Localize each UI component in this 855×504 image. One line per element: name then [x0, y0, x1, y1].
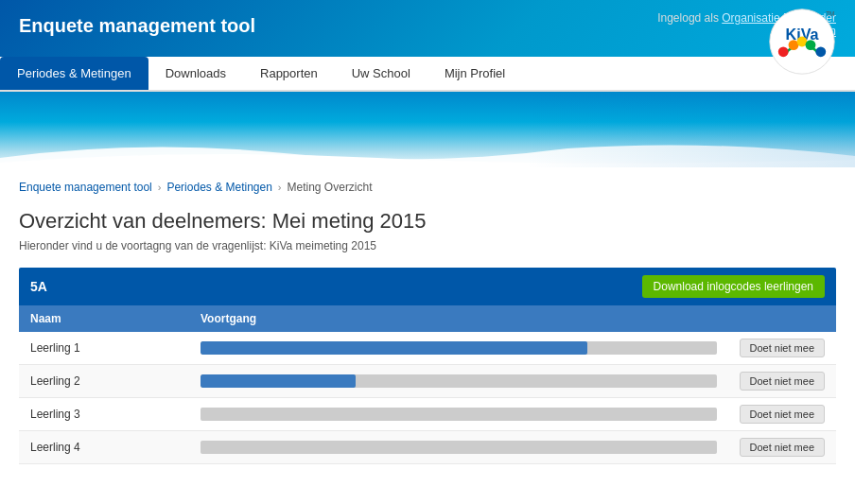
student-name: Leerling 2 — [19, 365, 189, 398]
page-title: Overzicht van deelnemers: Mei meting 201… — [0, 201, 855, 237]
svg-point-6 — [806, 40, 816, 50]
table-row: Leerling 2Doet niet mee — [19, 365, 836, 398]
col-header-naam: Naam — [19, 305, 189, 332]
section-header: 5A Download inlogcodes leerlingen — [19, 268, 836, 305]
table-header-row: Naam Voortgang — [19, 305, 836, 332]
page-subtitle: Hieronder vind u de voortagng van de vra… — [0, 237, 855, 268]
breadcrumb-periodes[interactable]: Periodes & Metingen — [166, 181, 271, 194]
does-not-participate-button[interactable]: Doet niet mee — [740, 339, 825, 357]
breadcrumb-home[interactable]: Enquete management tool — [19, 181, 152, 194]
progress-cell — [189, 365, 728, 398]
breadcrumb: Enquete management tool › Periodes & Met… — [0, 167, 855, 201]
svg-text:TM: TM — [826, 10, 834, 17]
svg-point-7 — [815, 46, 826, 57]
kiva-logo: TM KiVa — [768, 8, 836, 76]
progress-cell — [189, 431, 728, 464]
progress-bar-background — [201, 408, 717, 421]
student-name: Leerling 4 — [19, 431, 189, 464]
action-cell: Doet niet mee — [728, 365, 836, 398]
does-not-participate-button[interactable]: Doet niet mee — [740, 405, 825, 424]
nav-item-uw-school[interactable]: Uw School — [335, 57, 428, 90]
class-section: 5A Download inlogcodes leerlingen Naam V… — [19, 268, 836, 464]
progress-bar-fill — [201, 374, 356, 388]
student-name: Leerling 3 — [19, 398, 189, 431]
nav-item-downloads[interactable]: Downloads — [148, 57, 243, 90]
navigation: Periodes & Metingen Downloads Rapporten … — [0, 57, 855, 92]
progress-bar-background — [201, 374, 717, 388]
nav-item-rapporten[interactable]: Rapporten — [243, 57, 335, 90]
hero-banner — [0, 92, 855, 167]
action-cell: Doet niet mee — [728, 431, 836, 464]
nav-item-periodes[interactable]: Periodes & Metingen — [0, 57, 148, 90]
action-cell: Doet niet mee — [728, 398, 836, 431]
table-row: Leerling 4Doet niet mee — [19, 431, 836, 464]
does-not-participate-button[interactable]: Doet niet mee — [740, 438, 825, 457]
logged-in-label: Ingelogd als — [657, 11, 719, 25]
progress-container — [201, 408, 717, 421]
progress-container — [201, 341, 717, 355]
header: Enquete management tool Ingelogd als Org… — [0, 0, 855, 57]
col-header-action — [728, 305, 836, 332]
col-header-voortgang: Voortgang — [189, 305, 728, 332]
class-name: 5A — [30, 279, 47, 294]
table-row: Leerling 1Doet niet mee — [19, 332, 836, 365]
download-inlogcodes-button[interactable]: Download inlogcodes leerlingen — [642, 275, 825, 298]
nav-item-mijn-profiel[interactable]: Mijn Profiel — [428, 57, 522, 90]
does-not-participate-button[interactable]: Doet niet mee — [740, 372, 825, 391]
progress-bar-background — [201, 341, 717, 355]
progress-bar-fill — [201, 341, 587, 355]
student-name: Leerling 1 — [19, 332, 189, 365]
progress-bar-background — [201, 441, 717, 454]
progress-container — [201, 374, 717, 388]
progress-cell — [189, 332, 728, 365]
action-cell: Doet niet mee — [728, 332, 836, 365]
progress-container — [201, 441, 717, 454]
svg-point-3 — [778, 46, 789, 57]
progress-cell — [189, 398, 728, 431]
breadcrumb-current: Meting Overzicht — [288, 181, 373, 194]
app-title: Enquete management tool — [19, 11, 255, 37]
breadcrumb-sep-1: › — [158, 182, 162, 193]
table-row: Leerling 3Doet niet mee — [19, 398, 836, 431]
breadcrumb-sep-2: › — [278, 182, 282, 193]
participants-table: Naam Voortgang Leerling 1Doet niet meeLe… — [19, 305, 836, 464]
